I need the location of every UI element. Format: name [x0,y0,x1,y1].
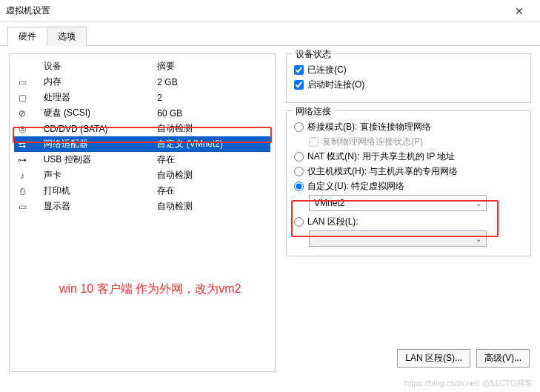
hw-row-display[interactable]: ▭ 显示器 自动检测 [14,199,270,214]
hw-row-cpu[interactable]: ▢ 处理器 2 [14,90,270,105]
cd-icon: ◎ [17,124,27,134]
lan-segment-select: ⌄ [309,230,487,247]
tab-hardware[interactable]: 硬件 [7,27,47,46]
window-title: 虚拟机设置 [6,4,504,17]
hw-row-sound[interactable]: ♪ 声卡 自动检测 [14,167,270,183]
tab-options[interactable]: 选项 [47,27,87,46]
chevron-down-icon: ⌄ [476,199,481,207]
tab-strip: 硬件 选项 [0,22,540,46]
printer-icon: ⎙ [17,186,27,196]
hw-row-printer[interactable]: ⎙ 打印机 存在 [14,183,270,199]
network-legend: 网络连接 [293,105,334,118]
chevron-down-icon: ⌄ [476,235,481,243]
memory-icon: ▭ [17,77,27,87]
hostonly-radio[interactable]: 仅主机模式(H): 与主机共享的专用网络 [294,165,523,178]
hardware-list-panel: 设备 摘要 ▭ 内存 2 GB ▢ 处理器 2 ⊘ 硬盘 (SCSI) 60 G… [9,53,276,372]
sound-icon: ♪ [17,170,27,181]
hw-row-network[interactable]: ⇆ 网络适配器 自定义 (VMnet2) [14,136,270,152]
hw-row-disk[interactable]: ⊘ 硬盘 (SCSI) 60 GB [14,105,270,121]
annotation-text: win 10 客户端 作为外网，改为vm2 [59,282,241,297]
replicate-checkbox: 复制物理网络连接状态(P) [309,136,523,148]
custom-radio[interactable]: 自定义(U): 特定虚拟网络 [294,180,523,193]
hw-row-cddvd[interactable]: ◎ CD/DVD (SATA) 自动检测 [14,121,270,136]
disk-icon: ⊘ [17,108,27,119]
hw-header: 设备 摘要 [14,59,270,74]
device-status-legend: 设备状态 [293,48,334,61]
network-icon: ⇆ [17,139,27,150]
network-connection-group: 网络连接 桥接模式(B): 直接连接物理网络 复制物理网络连接状态(P) NAT… [286,110,531,256]
hw-row-usb[interactable]: ⊶ USB 控制器 存在 [14,152,270,167]
hw-row-memory[interactable]: ▭ 内存 2 GB [14,74,270,90]
cpu-icon: ▢ [17,93,27,103]
bridged-radio[interactable]: 桥接模式(B): 直接连接物理网络 [294,121,523,133]
display-icon: ▭ [17,202,27,212]
lan-segment-radio[interactable]: LAN 区段(L): [294,216,523,228]
nat-radio[interactable]: NAT 模式(N): 用于共享主机的 IP 地址 [294,150,523,163]
watermark: https://blog.csdn.net/ @51CTO博客 [404,378,533,389]
usb-icon: ⊶ [17,155,27,165]
device-status-group: 设备状态 已连接(C) 启动时连接(O) [286,53,531,103]
connect-poweron-checkbox[interactable]: 启动时连接(O) [294,79,523,91]
advanced-button[interactable]: 高级(V)... [476,349,530,368]
custom-network-select[interactable]: VMnet2 ⌄ [309,195,487,211]
connected-checkbox[interactable]: 已连接(C) [294,64,523,76]
titlebar: 虚拟机设置 ✕ [0,0,540,22]
close-icon[interactable]: ✕ [504,5,534,17]
lan-segments-button[interactable]: LAN 区段(S)... [397,349,470,368]
